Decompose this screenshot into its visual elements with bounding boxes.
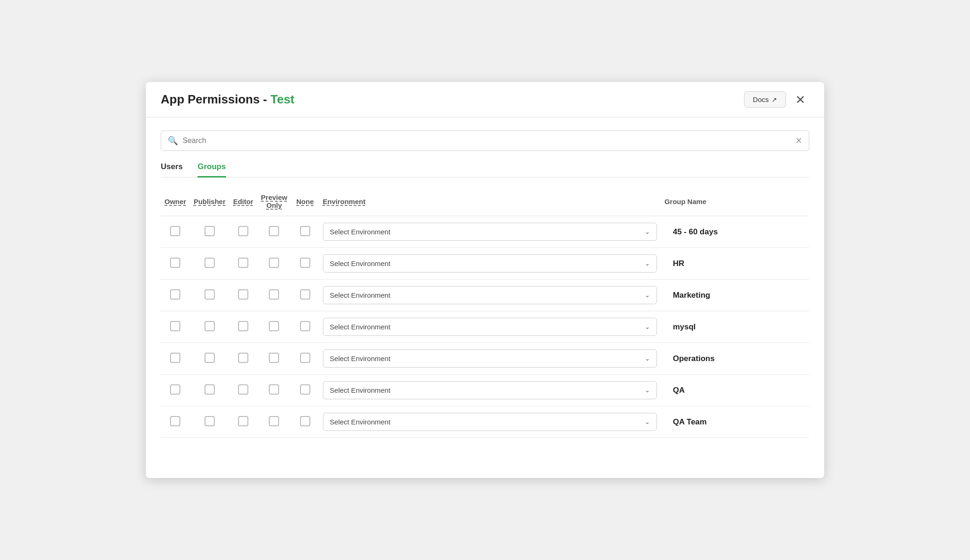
cell-environment-5: Select Environment⌄ [319, 375, 661, 406]
env-select-label-1: Select Environment [330, 260, 390, 267]
checkbox-owner-3[interactable] [170, 321, 180, 331]
cell-owner-6 [161, 406, 190, 438]
cell-none-6 [291, 406, 319, 438]
clear-search-button[interactable]: ✕ [795, 136, 802, 146]
cell-group-name-3: mysql [661, 311, 809, 343]
tabs: Users Groups [161, 162, 809, 178]
checkbox-none-5[interactable] [300, 384, 310, 395]
cell-none-2 [291, 280, 319, 311]
chevron-down-icon-3: ⌄ [645, 323, 650, 330]
app-permissions-modal: App Permissions - Test Docs ↗ ✕ 🔍 ✕ User… [146, 82, 824, 478]
checkbox-preview-only-0[interactable] [269, 226, 279, 236]
groups-table-container: Owner Publisher Editor Preview Only None [161, 189, 809, 478]
modal-title: App Permissions - Test [161, 92, 294, 107]
cell-preview-only-0 [257, 216, 291, 248]
checkbox-editor-2[interactable] [238, 289, 248, 300]
env-select-label-4: Select Environment [330, 355, 390, 362]
checkbox-preview-only-5[interactable] [269, 384, 279, 395]
checkbox-editor-6[interactable] [238, 416, 248, 426]
env-select-2[interactable]: Select Environment⌄ [323, 286, 657, 304]
checkbox-owner-2[interactable] [170, 289, 180, 300]
checkbox-publisher-1[interactable] [205, 258, 215, 268]
cell-preview-only-3 [257, 311, 291, 343]
checkbox-none-0[interactable] [300, 226, 310, 236]
cell-environment-2: Select Environment⌄ [319, 280, 661, 311]
col-header-none: None [291, 189, 319, 216]
checkbox-none-6[interactable] [300, 416, 310, 426]
cell-owner-5 [161, 375, 190, 406]
env-select-3[interactable]: Select Environment⌄ [323, 318, 657, 336]
chevron-down-icon-5: ⌄ [645, 387, 650, 394]
cell-group-name-6: QA Team [661, 406, 809, 438]
checkbox-editor-5[interactable] [238, 384, 248, 395]
tab-users[interactable]: Users [161, 162, 183, 178]
checkbox-editor-0[interactable] [238, 226, 248, 236]
checkbox-publisher-0[interactable] [205, 226, 215, 236]
cell-environment-3: Select Environment⌄ [319, 311, 661, 343]
cell-owner-2 [161, 280, 190, 311]
close-button[interactable]: ✕ [792, 92, 809, 108]
cell-publisher-1 [190, 248, 229, 280]
cell-owner-1 [161, 248, 190, 280]
checkbox-owner-6[interactable] [170, 416, 180, 426]
cell-editor-3 [229, 311, 257, 343]
cell-owner-3 [161, 311, 190, 343]
env-select-1[interactable]: Select Environment⌄ [323, 254, 657, 273]
checkbox-owner-0[interactable] [170, 226, 180, 236]
group-name-2: Marketing [664, 291, 710, 300]
env-select-6[interactable]: Select Environment⌄ [323, 413, 657, 431]
groups-table: Owner Publisher Editor Preview Only None [161, 189, 809, 438]
search-input[interactable] [183, 137, 795, 145]
cell-preview-only-1 [257, 248, 291, 280]
cell-group-name-2: Marketing [661, 280, 809, 311]
checkbox-preview-only-4[interactable] [269, 353, 279, 363]
cell-publisher-2 [190, 280, 229, 311]
checkbox-none-1[interactable] [300, 258, 310, 268]
checkbox-publisher-4[interactable] [205, 353, 215, 363]
checkbox-preview-only-3[interactable] [269, 321, 279, 331]
cell-publisher-6 [190, 406, 229, 438]
table-row: Select Environment⌄QA Team [161, 406, 809, 438]
cell-preview-only-5 [257, 375, 291, 406]
checkbox-publisher-2[interactable] [205, 289, 215, 300]
checkbox-editor-3[interactable] [238, 321, 248, 331]
cell-none-4 [291, 343, 319, 375]
tab-groups[interactable]: Groups [198, 162, 225, 178]
cell-editor-5 [229, 375, 257, 406]
cell-owner-4 [161, 343, 190, 375]
cell-editor-2 [229, 280, 257, 311]
modal-body: 🔍 ✕ Users Groups Owner Pub [146, 117, 824, 478]
checkbox-editor-4[interactable] [238, 353, 248, 363]
checkbox-publisher-5[interactable] [205, 384, 215, 395]
cell-none-0 [291, 216, 319, 248]
checkbox-owner-4[interactable] [170, 353, 180, 363]
docs-button[interactable]: Docs ↗ [744, 91, 786, 108]
env-select-label-3: Select Environment [330, 323, 390, 331]
table-row: Select Environment⌄mysql [161, 311, 809, 343]
checkbox-preview-only-6[interactable] [269, 416, 279, 426]
cell-group-name-4: Operations [661, 343, 809, 375]
cell-owner-0 [161, 216, 190, 248]
env-select-0[interactable]: Select Environment⌄ [323, 223, 657, 241]
checkbox-owner-1[interactable] [170, 258, 180, 268]
checkbox-none-2[interactable] [300, 289, 310, 300]
checkbox-none-4[interactable] [300, 353, 310, 363]
checkbox-preview-only-1[interactable] [269, 258, 279, 268]
env-select-5[interactable]: Select Environment⌄ [323, 381, 657, 399]
cell-publisher-4 [190, 343, 229, 375]
col-header-environment: Environment [319, 189, 661, 216]
cell-preview-only-6 [257, 406, 291, 438]
chevron-down-icon-0: ⌄ [645, 228, 650, 235]
env-select-4[interactable]: Select Environment⌄ [323, 349, 657, 368]
cell-environment-1: Select Environment⌄ [319, 248, 661, 280]
checkbox-publisher-6[interactable] [205, 416, 215, 426]
checkbox-publisher-3[interactable] [205, 321, 215, 331]
table-row: Select Environment⌄Marketing [161, 280, 809, 311]
chevron-down-icon-6: ⌄ [645, 418, 650, 425]
external-link-icon: ↗ [772, 96, 777, 103]
checkbox-none-3[interactable] [300, 321, 310, 331]
checkbox-owner-5[interactable] [170, 384, 180, 395]
checkbox-preview-only-2[interactable] [269, 289, 279, 300]
checkbox-editor-1[interactable] [238, 258, 248, 268]
chevron-down-icon-4: ⌄ [645, 355, 650, 362]
